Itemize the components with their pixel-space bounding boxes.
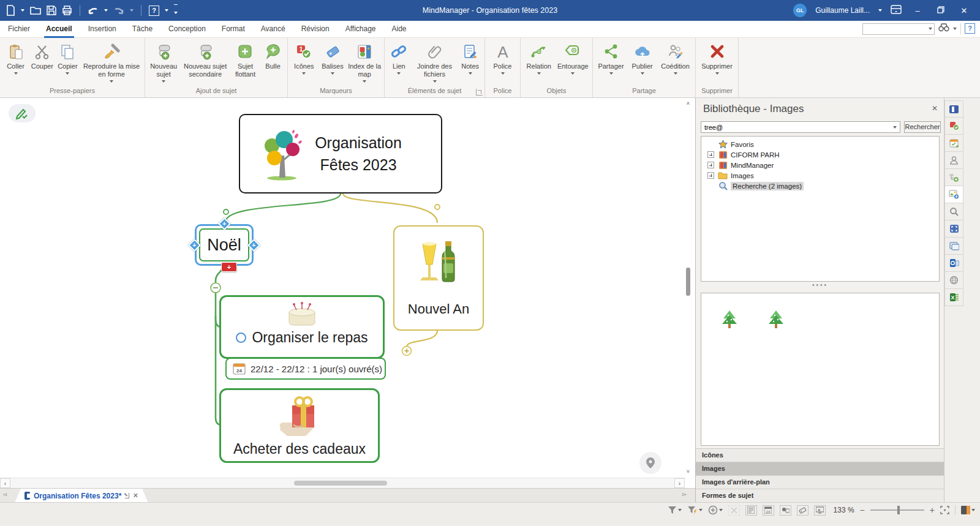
edit-mode-indicator[interactable] [9, 104, 36, 122]
help-chevron-icon[interactable] [165, 9, 168, 12]
coediting-button[interactable]: Coédition [658, 41, 693, 75]
tab-tache[interactable]: Tâche [124, 21, 160, 38]
icons-view-toggle[interactable] [780, 505, 791, 516]
tab-close-icon[interactable]: ✕ [133, 492, 138, 500]
ribbon-search-input[interactable] [862, 23, 935, 35]
section-images[interactable]: Images [696, 462, 944, 475]
web-pane-tab[interactable] [944, 272, 963, 289]
presentation-view-toggle[interactable] [814, 505, 826, 516]
section-formes-de-sujet[interactable]: Formes de sujet [696, 489, 944, 502]
tab-accueil[interactable]: Accueil [38, 21, 80, 38]
tags-button[interactable]: Balises [319, 41, 347, 75]
open-icon[interactable] [30, 6, 41, 15]
library-close-icon[interactable]: ✕ [932, 104, 938, 113]
zoom-out-button[interactable]: − [860, 505, 865, 515]
tree-item-mindmanager[interactable]: MindManager [701, 160, 939, 170]
copy-button[interactable]: Copier [56, 41, 80, 75]
library-search-button[interactable]: Rechercher [904, 121, 941, 133]
result-tree-image-1[interactable] [720, 309, 739, 445]
zoom-in-button[interactable]: + [930, 505, 935, 515]
add-subtopic-button[interactable]: + [221, 262, 237, 272]
map-parts-pane-tab[interactable] [944, 169, 963, 186]
tab-scroll-right-icon[interactable]: ▻ [682, 491, 687, 497]
add-view-button[interactable] [708, 505, 723, 515]
snapshot-pane-tab[interactable] [944, 220, 963, 238]
callout-button[interactable]: Bulle [261, 41, 285, 70]
save-icon[interactable] [47, 6, 56, 15]
tab-affichage[interactable]: Affichage [337, 21, 384, 38]
paste-button[interactable]: Coller [2, 41, 29, 75]
customize-quick-access-icon[interactable] [174, 4, 178, 17]
help-button[interactable]: ? [965, 23, 975, 34]
panel-layout-button[interactable] [961, 506, 975, 514]
resources-pane-tab[interactable] [944, 152, 963, 169]
search-dropdown-chevron-icon[interactable] [929, 28, 932, 30]
notes-button[interactable]: Notes [458, 41, 482, 75]
topic-nouvel-an[interactable]: Nouvel An [393, 225, 484, 331]
format-painter-button[interactable]: Reproduire la mise en forme [81, 41, 142, 83]
vertical-scroll-thumb[interactable] [686, 268, 690, 296]
user-name[interactable]: Guillaume Laill... [815, 6, 870, 15]
redo-chevron-icon[interactable] [130, 9, 134, 12]
floating-topic-button[interactable]: Sujet flottant [231, 41, 260, 78]
delete-button[interactable]: Supprimer [698, 41, 736, 75]
link-button[interactable]: Lien [387, 41, 411, 75]
map-index-button[interactable]: Index de la map [347, 41, 382, 83]
dialog-launcher-icon[interactable] [476, 89, 483, 96]
tab-format[interactable]: Format [214, 21, 253, 38]
repas-task-info[interactable]: 24 22/12 - 22/12 : 1 jour(s) ouvré(s) [225, 358, 386, 380]
icons-marker-button[interactable]: 1 Icônes [290, 41, 318, 75]
new-topic-button[interactable]: Nouveau sujet [148, 41, 179, 83]
binoculars-icon[interactable] [938, 23, 949, 34]
tab-conception[interactable]: Conception [160, 21, 214, 38]
zoom-slider-thumb[interactable] [897, 506, 900, 514]
tab-scroll-left-icon[interactable]: ◅ [2, 491, 7, 497]
horizontal-scrollbar[interactable]: ‹ › [0, 478, 685, 488]
share-button[interactable]: Partager [595, 41, 627, 75]
restore-button[interactable] [933, 6, 948, 15]
clear-filter-toggle[interactable] [728, 505, 740, 516]
library-pane-tab[interactable] [944, 100, 963, 118]
fit-map-button[interactable] [940, 506, 949, 514]
boundary-button[interactable]: Entourage [556, 41, 590, 75]
result-tree-image-2[interactable] [766, 309, 786, 445]
cut-button[interactable]: Couper [30, 41, 55, 70]
horizontal-scroll-thumb[interactable] [294, 481, 387, 486]
tree-item-ciform-parh[interactable]: CIFORM PARH [701, 149, 939, 160]
section-icones[interactable]: Icônes [696, 448, 944, 462]
topic-noel[interactable]: Noël [199, 228, 249, 261]
new-document-icon[interactable] [6, 5, 15, 16]
font-button[interactable]: A Police [488, 41, 518, 75]
tree-item-favoris[interactable]: Favoris [701, 139, 939, 149]
scroll-right-icon[interactable]: › [674, 478, 685, 488]
undo-icon[interactable] [88, 6, 99, 15]
attach-files-button[interactable]: Joindre des fichiers [412, 41, 458, 83]
task-progress-icon[interactable] [236, 333, 246, 343]
new-document-chevron-icon[interactable] [21, 9, 24, 12]
images-pane-tab[interactable] [944, 186, 963, 203]
schedule-view-toggle[interactable]: 24 [763, 505, 774, 516]
binoculars-chevron-icon[interactable] [953, 28, 957, 30]
subtopic-acheter-des-cadeaux[interactable]: Acheter des cadeaux [219, 388, 380, 463]
tags-view-toggle[interactable] [797, 505, 809, 516]
expand-icon[interactable] [707, 172, 714, 179]
map-canvas[interactable]: Organisation Fêtes 2023 Noël + + + + [0, 98, 694, 488]
section-images-arriere-plan[interactable]: Images d'arrière-plan [696, 475, 944, 489]
library-search-chevron-icon[interactable] [893, 126, 897, 129]
tab-insertion[interactable]: Insertion [80, 21, 124, 38]
panel-splitter[interactable]: •••• [696, 282, 944, 288]
browser-pane-tab[interactable] [944, 238, 963, 255]
subtopic-organiser-le-repas[interactable]: Organiser le repas [219, 295, 385, 359]
scroll-left-icon[interactable]: ‹ [0, 478, 10, 488]
minimize-button[interactable]: – [910, 6, 925, 15]
redo-icon[interactable] [113, 6, 124, 15]
library-search-input[interactable] [701, 121, 900, 133]
power-filter-button[interactable] [687, 506, 703, 514]
outlook-pane-tab[interactable] [944, 255, 963, 272]
tab-aide[interactable]: Aide [384, 21, 415, 38]
expand-icon[interactable] [707, 162, 714, 168]
print-icon[interactable] [62, 6, 72, 15]
close-button[interactable]: ✕ [957, 6, 971, 15]
filter-button[interactable] [668, 506, 682, 514]
user-menu-chevron-icon[interactable] [878, 9, 882, 12]
